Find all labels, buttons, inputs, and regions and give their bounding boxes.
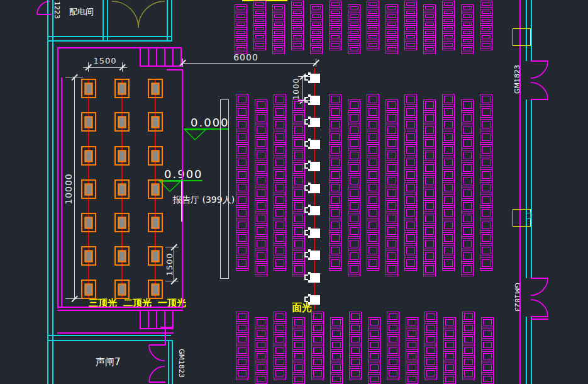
seat <box>235 29 247 38</box>
stage-light-fixture <box>114 246 130 266</box>
seat <box>292 150 305 163</box>
seat <box>274 232 286 246</box>
seat <box>367 119 379 132</box>
seat <box>423 37 436 46</box>
seat <box>386 112 398 125</box>
stage-light-fixture <box>148 246 163 266</box>
seat <box>329 1 341 9</box>
seat <box>367 106 379 120</box>
seat <box>406 351 418 363</box>
seat <box>424 334 437 346</box>
face-light-fixture <box>310 140 320 149</box>
seat <box>253 25 266 34</box>
seat <box>480 245 492 258</box>
seat <box>404 207 417 220</box>
seat <box>387 357 399 369</box>
seat-column <box>330 318 343 384</box>
seat <box>462 312 475 324</box>
seat <box>461 213 474 226</box>
seat <box>348 125 360 138</box>
seat <box>423 263 436 276</box>
seat <box>423 99 436 113</box>
seat <box>443 317 456 329</box>
seat-column <box>310 5 323 54</box>
seat-column <box>442 94 455 271</box>
face-light-fixture <box>310 229 320 238</box>
seat <box>236 182 248 195</box>
cad-line <box>37 14 52 15</box>
seat <box>443 329 456 341</box>
seat <box>404 182 417 195</box>
seat <box>480 33 492 42</box>
cad-line <box>531 319 548 320</box>
cad-line <box>531 0 532 61</box>
seat <box>329 119 341 132</box>
seat <box>329 182 341 195</box>
stage-light-lens <box>85 150 93 162</box>
seat <box>292 363 305 375</box>
stage-light-fixture <box>148 280 163 299</box>
seat <box>386 175 398 188</box>
stage-light-lens <box>118 82 126 94</box>
seat <box>461 150 474 163</box>
seat <box>253 1 266 9</box>
seat <box>292 329 305 341</box>
seat <box>404 94 417 107</box>
stage-light-lens <box>85 116 93 128</box>
cad-line <box>172 311 174 328</box>
door-swing-arc <box>531 300 548 317</box>
seat <box>274 94 286 107</box>
seat <box>462 334 475 346</box>
seat <box>311 323 324 335</box>
seat <box>386 188 398 201</box>
cad-line <box>167 0 168 40</box>
seat <box>424 346 437 358</box>
seat <box>255 374 267 384</box>
seat <box>442 132 455 145</box>
seat <box>274 182 286 195</box>
seat-column <box>236 312 248 380</box>
seat <box>387 334 399 346</box>
seat <box>292 351 305 363</box>
cad-line <box>158 180 202 181</box>
seat <box>424 312 437 324</box>
seat <box>255 175 267 188</box>
cad-rect <box>220 99 229 279</box>
cad-line <box>167 69 183 71</box>
seat <box>329 42 341 50</box>
seat <box>349 346 362 358</box>
cad-line <box>156 311 157 328</box>
seat <box>310 29 323 38</box>
seat <box>461 125 474 138</box>
seat <box>423 188 436 201</box>
seat <box>348 112 360 125</box>
seat <box>387 368 399 380</box>
seat <box>272 29 285 38</box>
face-light-fixture <box>310 184 320 193</box>
seat-column <box>367 1 379 50</box>
seat <box>442 245 455 258</box>
seat <box>329 257 341 271</box>
seat <box>423 4 436 13</box>
seat <box>348 162 360 176</box>
seat <box>442 144 455 157</box>
seat <box>274 257 286 271</box>
cad-line <box>140 328 174 329</box>
seat-column <box>481 318 494 384</box>
seat <box>404 220 417 233</box>
stage-light-lens <box>118 250 126 262</box>
seat-column <box>367 94 379 271</box>
seat <box>255 263 267 276</box>
seat-column <box>423 5 436 54</box>
seat <box>367 144 379 157</box>
seat <box>368 340 380 352</box>
seat <box>461 188 474 201</box>
seat <box>423 137 436 150</box>
stage-light-fixture <box>148 213 163 232</box>
seat <box>274 245 286 258</box>
seat <box>236 357 248 369</box>
seat <box>236 312 248 324</box>
cad-canvas[interactable]: 配电间 1223 1500 6000 10000 1500 1000 0.000… <box>0 0 588 384</box>
seat <box>348 200 360 213</box>
seat <box>255 112 267 125</box>
